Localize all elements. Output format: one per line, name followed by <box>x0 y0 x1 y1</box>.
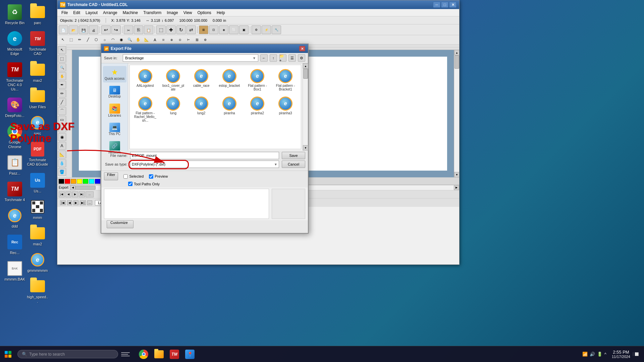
new-btn[interactable] <box>59 25 68 34</box>
file-item-10[interactable]: e piranha2 <box>245 95 270 124</box>
desktop-icon-parc[interactable]: parc <box>25 3 50 26</box>
undo-btn[interactable] <box>101 25 111 34</box>
preview-checkbox-item[interactable]: Preview <box>149 174 168 179</box>
flip-btn[interactable] <box>186 25 196 34</box>
tool-line[interactable]: ╱ <box>58 98 66 106</box>
arc-btn[interactable]: ◠ <box>109 36 117 44</box>
page-next[interactable]: ▶ <box>73 200 78 205</box>
cancel-button[interactable]: Cancel <box>282 161 305 168</box>
file-item-11[interactable]: e piranha3 <box>273 95 298 124</box>
file-item-4[interactable]: e Flat pattern - Box1 <box>245 68 270 93</box>
taskbar-extra[interactable]: 📍 <box>182 347 197 362</box>
tb-btn6[interactable]: ⊡ <box>209 25 218 34</box>
tool-pan[interactable]: ✋ <box>58 72 66 80</box>
pan-btn[interactable]: ✋ <box>134 36 142 44</box>
boolean-btn[interactable]: ⊕ <box>168 36 176 44</box>
last-page-btn[interactable]: ▶| <box>79 191 85 197</box>
title-bar[interactable]: TM Torchmate CAD - Untitled1.CDL ─ □ ✕ <box>57 0 459 9</box>
tool-zoom[interactable]: 🔍 <box>58 63 66 71</box>
file-item-1[interactable]: e box1_cover_plate <box>161 68 186 93</box>
tb-btn7[interactable]: ◈ <box>219 25 228 34</box>
desktop-icon-paste[interactable]: 📋 Pasz... <box>3 153 27 177</box>
desktop-icon-gmmmm[interactable]: e gmmmmmm <box>25 250 50 274</box>
menu-machine[interactable]: Machine <box>120 10 141 16</box>
open-btn[interactable] <box>69 25 78 34</box>
first-page-btn[interactable]: |◀ <box>59 191 65 197</box>
desktop-icon-mmm[interactable]: mmm <box>25 197 50 221</box>
desktop-icon-rec[interactable]: Rec Rec... <box>3 233 27 256</box>
tb-btn9[interactable]: ▣ <box>239 25 249 34</box>
save-in-dropdown[interactable]: Bracketage ▼ <box>123 54 258 62</box>
select-btn[interactable] <box>156 25 166 34</box>
nav-up-btn[interactable]: ↑ <box>270 54 277 62</box>
redo-btn[interactable] <box>111 25 121 34</box>
menu-edit[interactable]: Edit <box>70 10 83 16</box>
add-page-btn[interactable]: ... <box>86 191 94 197</box>
desktop-icon-deepfoto[interactable]: 🎨 DeepFoto... <box>3 96 27 119</box>
tb-btn8[interactable]: ⬜ <box>229 25 238 34</box>
tool-curve[interactable]: ⌒ <box>58 107 66 115</box>
zoom2-btn[interactable]: 🔍 <box>126 36 134 44</box>
desktop-icon-max2b[interactable]: max2 <box>25 224 50 248</box>
tb-btn11[interactable]: ⚡ <box>262 25 271 34</box>
file-item-6[interactable]: e Flat pattern - Rachel_Mello_sh... <box>132 95 158 124</box>
desktop-icon-high-speed[interactable]: high_speed... <box>25 277 50 305</box>
desktop-icon-user-files[interactable]: User Files <box>25 87 50 111</box>
tool-select[interactable]: ⬚ <box>58 55 66 63</box>
select2-btn[interactable]: ⬚ <box>67 36 75 44</box>
taskbar-clock[interactable]: 2:55 PM 11/17/2024 <box>612 350 630 359</box>
color-swatch-red[interactable] <box>65 179 70 184</box>
toolpaths-checkbox[interactable] <box>128 182 132 186</box>
nav-new-folder-btn[interactable]: 📁+ <box>279 54 286 62</box>
print-btn[interactable] <box>89 25 98 34</box>
dialog-close-button[interactable]: ✕ <box>299 46 305 51</box>
settings2-btn[interactable]: ⚙ <box>201 36 209 44</box>
poly-btn[interactable]: ⬡ <box>92 36 100 44</box>
color-swatch-blue[interactable] <box>95 179 100 184</box>
scroll-down-btn[interactable]: ▼ <box>454 172 459 177</box>
tool-cursor[interactable]: ↖ <box>58 46 66 54</box>
save-btn[interactable] <box>79 25 88 34</box>
tab-btn[interactable]: ⊢ <box>184 36 193 44</box>
file-item-8[interactable]: e lung2 <box>189 95 214 124</box>
desktop-icon-recycle-bin[interactable]: ♻ Recycle Bin <box>3 3 27 26</box>
selected-checkbox[interactable] <box>123 174 128 179</box>
taskbar-torchmate[interactable]: TM <box>167 347 182 362</box>
cursor-btn[interactable]: ↖ <box>59 36 67 44</box>
taskbar-chrome[interactable] <box>136 347 151 362</box>
color-swatch-yellow[interactable] <box>77 179 82 184</box>
color-swatch-orange[interactable] <box>71 179 76 184</box>
scroll-hthumb[interactable] <box>75 186 96 190</box>
chain-btn[interactable]: ⛓ <box>193 36 201 44</box>
filter-button[interactable]: Filter <box>104 172 118 180</box>
save-button[interactable]: Save <box>282 152 305 159</box>
menu-arrange[interactable]: Arrange <box>100 10 120 16</box>
desktop-icon-edge[interactable]: e Microsoft Edge <box>3 29 27 57</box>
file-item-7[interactable]: e lung <box>161 95 186 124</box>
page-last[interactable]: ▶| <box>80 200 86 205</box>
color-swatch-black[interactable] <box>59 179 64 184</box>
menu-options[interactable]: Options <box>195 10 214 16</box>
show-desktop-icon[interactable]: ⬜ <box>633 352 639 356</box>
nav-back-btn[interactable]: ← <box>260 54 268 62</box>
color-swatch-cyan[interactable] <box>89 179 94 184</box>
tool-pencil[interactable]: ✏ <box>58 89 66 98</box>
menu-view[interactable]: View <box>181 10 195 16</box>
scroll-dialog-down[interactable]: ▼ <box>303 145 308 150</box>
file-item-9[interactable]: e piranha <box>217 95 242 124</box>
desktop-icon-ddd[interactable]: e ddd <box>3 206 27 230</box>
node-btn[interactable]: ◉ <box>117 36 125 44</box>
copy-btn[interactable] <box>134 25 143 34</box>
nav-libraries[interactable]: 📚 Libraries <box>103 102 126 119</box>
vscrollbar[interactable]: ▲ ▼ <box>454 50 459 177</box>
tb-btn5[interactable]: ⊞ <box>199 25 208 34</box>
menu-layout[interactable]: Layout <box>83 10 100 16</box>
menu-transform[interactable]: Transform <box>141 10 164 16</box>
scroll-thumb-v[interactable] <box>454 55 459 69</box>
menu-help[interactable]: Help <box>214 10 228 16</box>
tb-btn12[interactable]: 🔧 <box>272 25 281 34</box>
start-button[interactable] <box>0 346 16 362</box>
scroll-right-btn[interactable]: ▶ <box>454 185 459 190</box>
draw-btn[interactable]: ✏ <box>75 36 84 44</box>
desktop-icon-torchmate-cad[interactable]: TM Torchmate CAD <box>25 29 50 57</box>
